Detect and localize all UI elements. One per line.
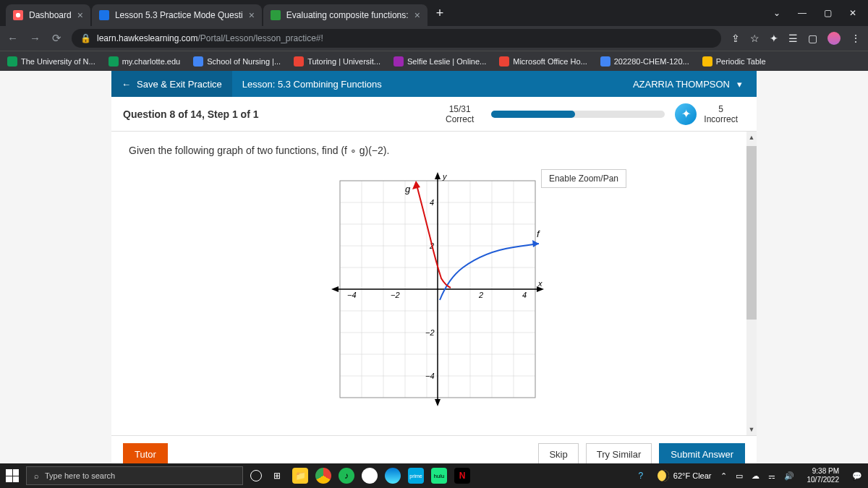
app-header: ← Save & Exit Practice Lesson: 5.3 Combi… — [111, 71, 757, 97]
volume-icon[interactable]: 🔊 — [784, 471, 794, 481]
close-icon[interactable]: × — [77, 9, 83, 21]
try-similar-button[interactable]: Try Similar — [586, 443, 652, 466]
scroll-thumb[interactable] — [746, 146, 757, 320]
forward-icon[interactable]: → — [30, 32, 41, 45]
onedrive-icon[interactable]: ☁ — [752, 471, 760, 481]
search-icon: ⌕ — [34, 471, 39, 480]
start-button[interactable] — [6, 469, 19, 482]
minimize-icon[interactable]: — — [798, 8, 807, 18]
scroll-down-icon[interactable]: ▼ — [746, 424, 757, 435]
close-window-icon[interactable]: ✕ — [849, 8, 856, 18]
menu-icon[interactable]: ⋮ — [851, 33, 861, 44]
file-explorer-icon[interactable]: 📁 — [292, 468, 308, 484]
svg-text:−4: −4 — [425, 372, 435, 380]
tutor-button[interactable]: Tutor — [123, 443, 168, 466]
content-area: Given the following graph of two functio… — [111, 132, 757, 435]
chevron-down-icon[interactable]: ⌄ — [773, 8, 780, 18]
svg-text:2: 2 — [478, 291, 483, 299]
reload-icon[interactable]: ⟳ — [52, 32, 61, 45]
new-tab-button[interactable]: + — [429, 6, 451, 21]
svg-text:−2: −2 — [425, 328, 435, 337]
browser-tab-active[interactable]: Evaluating composite functions: × — [263, 4, 427, 26]
bookmark-item[interactable]: Selfie Leslie | Online... — [393, 56, 486, 67]
close-icon[interactable]: × — [249, 9, 255, 21]
bookmark-item[interactable]: 202280-CHEM-120... — [600, 56, 689, 67]
chevron-up-icon[interactable]: ⌃ — [720, 471, 727, 481]
bookmark-favicon — [294, 56, 304, 67]
caret-down-icon: ▾ — [737, 79, 742, 90]
extensions-icon[interactable]: ✦ — [770, 33, 778, 44]
share-icon[interactable]: ⇪ — [731, 33, 740, 44]
tab-title: Lesson 5.3 Practice Mode Questi — [115, 10, 243, 20]
browser-tab-strip: Dashboard × Lesson 5.3 Practice Mode Que… — [0, 0, 868, 26]
save-exit-button[interactable]: ← Save & Exit Practice — [111, 71, 232, 97]
bookmark-item[interactable]: my.charlotte.edu — [109, 56, 181, 67]
incorrect-count: 5 — [704, 104, 738, 114]
vertical-scrollbar[interactable]: ▲ ▼ — [746, 132, 757, 435]
enable-zoom-button[interactable]: Enable Zoom/Pan — [541, 169, 626, 188]
scroll-up-icon[interactable]: ▲ — [746, 132, 757, 143]
tab-favicon — [13, 10, 23, 20]
svg-text:4: 4 — [430, 198, 434, 207]
browser-tab[interactable]: Dashboard × — [6, 4, 90, 26]
reading-list-icon[interactable]: ☰ — [788, 33, 798, 44]
edge-icon[interactable] — [385, 468, 401, 484]
close-icon[interactable]: × — [414, 9, 420, 21]
graph-svg[interactable]: y x −4−224 42−2−4 f g — [318, 166, 550, 412]
svg-marker-27 — [331, 286, 339, 292]
wifi-icon[interactable]: ⚎ — [768, 471, 775, 481]
help-icon[interactable]: ? — [633, 468, 649, 484]
bookmark-item[interactable]: School of Nursing |... — [193, 56, 281, 67]
cortana-icon[interactable] — [250, 470, 262, 481]
hulu-icon[interactable]: hulu — [431, 468, 447, 484]
submit-answer-button[interactable]: Submit Answer — [659, 443, 745, 466]
url-text: learn.hawkeslearning.com/Portal/Lesson/l… — [97, 33, 323, 43]
skip-button[interactable]: Skip — [538, 443, 578, 466]
lock-icon: 🔒 — [80, 33, 91, 43]
tab-favicon — [99, 10, 109, 20]
address-bar[interactable]: 🔒 learn.hawkeslearning.com/Portal/Lesson… — [72, 29, 721, 48]
spotify-icon[interactable]: ♪ — [339, 468, 354, 484]
correct-label: Correct — [446, 114, 474, 124]
moon-icon — [658, 470, 669, 481]
user-menu[interactable]: AZARRIA THOMPSON ▾ — [618, 79, 757, 90]
star-icon[interactable]: ☆ — [750, 33, 760, 44]
correct-count: 15/31 — [446, 104, 474, 114]
svg-marker-24 — [435, 172, 441, 179]
svg-marker-25 — [435, 399, 441, 406]
search-placeholder: Type here to search — [45, 471, 115, 480]
clock[interactable]: 9:38 PM 10/7/2022 — [803, 467, 844, 484]
chrome-icon[interactable] — [315, 468, 331, 484]
weather-widget[interactable]: 62°F Clear — [658, 470, 712, 481]
app-icon[interactable]: 🛡 — [362, 468, 378, 484]
bookmark-favicon — [193, 56, 203, 67]
bookmark-item[interactable]: Periodic Table — [702, 56, 766, 67]
side-panel-icon[interactable]: ▢ — [808, 33, 817, 44]
incorrect-label: Incorrect — [704, 114, 738, 124]
bookmark-favicon — [393, 56, 404, 67]
tab-favicon — [271, 10, 281, 20]
correct-score: 15/31 Correct — [438, 104, 481, 124]
taskbar-search[interactable]: ⌕ Type here to search — [26, 466, 243, 485]
browser-tab[interactable]: Lesson 5.3 Practice Mode Questi × — [92, 4, 262, 26]
bookmark-item[interactable]: Microsoft Office Ho... — [499, 56, 587, 67]
bookmark-favicon — [7, 56, 17, 67]
tab-title: Evaluating composite functions: — [286, 10, 409, 20]
battery-icon[interactable]: ▭ — [736, 471, 743, 481]
svg-text:g: g — [405, 184, 411, 194]
maximize-icon[interactable]: ▢ — [824, 8, 832, 18]
back-arrow-icon: ← — [122, 79, 131, 90]
notifications-icon[interactable]: 💬 — [852, 471, 862, 481]
prime-video-icon[interactable]: prime — [408, 468, 424, 484]
task-view-icon[interactable]: ⊞ — [269, 468, 285, 484]
netflix-icon[interactable]: N — [454, 468, 470, 484]
windows-taskbar: ⌕ Type here to search ⊞ 📁 ♪ 🛡 prime hulu… — [0, 463, 868, 488]
bookmark-item[interactable]: Tutoring | Universit... — [294, 56, 380, 67]
bookmark-item[interactable]: The University of N... — [7, 56, 95, 67]
svg-text:−2: −2 — [391, 291, 400, 299]
taskbar-apps: ⊞ 📁 ♪ 🛡 prime hulu N — [250, 468, 470, 484]
svg-text:−4: −4 — [347, 291, 357, 299]
back-icon[interactable]: ← — [7, 32, 18, 45]
question-label: Question 8 of 14, Step 1 of 1 — [123, 108, 258, 120]
profile-icon[interactable] — [827, 32, 841, 45]
